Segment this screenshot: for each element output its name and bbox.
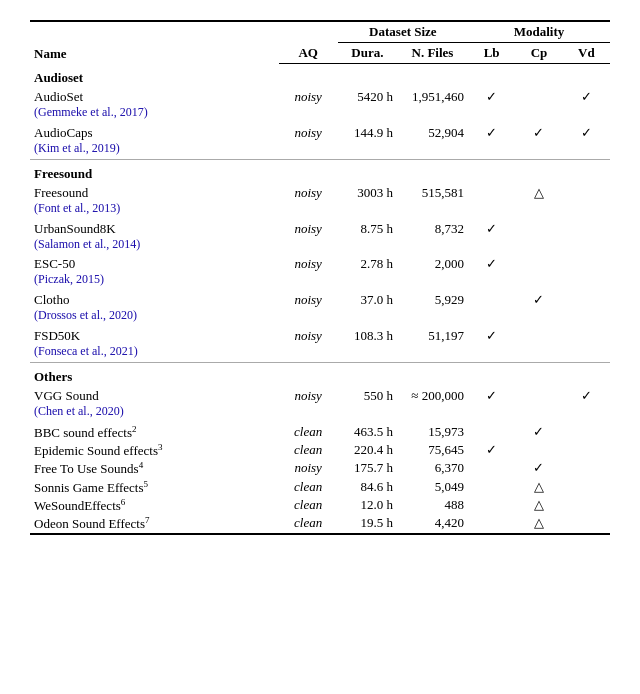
aq-value: clean <box>279 514 338 533</box>
duration-value: 220.4 h <box>338 441 397 459</box>
col-header-dataset-size: Dataset Size <box>338 21 468 43</box>
lb-value <box>468 291 515 308</box>
nfiles-value: 5,929 <box>397 291 468 308</box>
dataset-name: Sonnis Game Effects5 <box>30 478 279 496</box>
lb-value: ✓ <box>468 327 515 344</box>
dataset-name: AudioSet <box>30 88 279 105</box>
aq-value: noisy <box>279 327 338 344</box>
nfiles-value: 52,904 <box>397 124 468 141</box>
table-row: FSD50K noisy 108.3 h 51,197 ✓ <box>30 327 610 344</box>
ref-row: (Fonseca et al., 2021) <box>30 344 610 363</box>
col-header-lb: Lb <box>468 43 515 64</box>
aq-value: noisy <box>279 291 338 308</box>
cp-value <box>515 255 562 272</box>
ref-row: (Font et al., 2013) <box>30 201 610 220</box>
dataset-name: ESC-50 <box>30 255 279 272</box>
nfiles-value: 51,197 <box>397 327 468 344</box>
cp-value: △ <box>515 478 562 496</box>
cp-value <box>515 327 562 344</box>
aq-value: clean <box>279 496 338 514</box>
aq-value: noisy <box>279 255 338 272</box>
cp-value: ✓ <box>515 124 562 141</box>
aq-value: noisy <box>279 184 338 201</box>
dataset-name: Epidemic Sound effects3 <box>30 441 279 459</box>
lb-value: ✓ <box>468 88 515 105</box>
nfiles-value: 8,732 <box>397 220 468 237</box>
vd-value <box>563 441 610 459</box>
table-row: Free To Use Sounds4 noisy 175.7 h 6,370 … <box>30 459 610 477</box>
duration-value: 19.5 h <box>338 514 397 533</box>
table-row: BBC sound effects2 clean 463.5 h 15,973 … <box>30 423 610 441</box>
table-row: AudioCaps noisy 144.9 h 52,904 ✓ ✓ ✓ <box>30 124 610 141</box>
ref-text: (Kim et al., 2019) <box>30 141 610 160</box>
table-row: ESC-50 noisy 2.78 h 2,000 ✓ <box>30 255 610 272</box>
dataset-name: BBC sound effects2 <box>30 423 279 441</box>
cp-value: △ <box>515 514 562 533</box>
col-header-cp: Cp <box>515 43 562 64</box>
ref-text: (Gemmeke et al., 2017) <box>30 105 610 124</box>
vd-value <box>563 459 610 477</box>
col-header-name: Name <box>30 21 279 64</box>
nfiles-value: 15,973 <box>397 423 468 441</box>
table-row: Odeon Sound Effects7 clean 19.5 h 4,420 … <box>30 514 610 533</box>
dataset-name: WeSoundEffects6 <box>30 496 279 514</box>
lb-value: ✓ <box>468 124 515 141</box>
dataset-name: FSD50K <box>30 327 279 344</box>
duration-value: 2.78 h <box>338 255 397 272</box>
duration-value: 3003 h <box>338 184 397 201</box>
duration-value: 175.7 h <box>338 459 397 477</box>
nfiles-value: ≈ 200,000 <box>397 387 468 404</box>
vd-value <box>563 496 610 514</box>
dataset-name: Freesound <box>30 184 279 201</box>
duration-value: 144.9 h <box>338 124 397 141</box>
nfiles-value: 5,049 <box>397 478 468 496</box>
col-header-nfiles: N. Files <box>397 43 468 64</box>
ref-row: (Chen et al., 2020) <box>30 404 610 423</box>
lb-value: ✓ <box>468 441 515 459</box>
table-row: Epidemic Sound effects3 clean 220.4 h 75… <box>30 441 610 459</box>
vd-value <box>563 255 610 272</box>
dataset-name: Clotho <box>30 291 279 308</box>
cp-value <box>515 88 562 105</box>
vd-value: ✓ <box>563 387 610 404</box>
vd-value <box>563 423 610 441</box>
duration-value: 108.3 h <box>338 327 397 344</box>
lb-value <box>468 423 515 441</box>
col-header-modality: Modality <box>468 21 610 43</box>
cp-value: △ <box>515 184 562 201</box>
lb-value <box>468 496 515 514</box>
nfiles-value: 4,420 <box>397 514 468 533</box>
main-table: Name AQ Dataset Size Modality Dura. N. F… <box>30 20 610 535</box>
dataset-name: Free To Use Sounds4 <box>30 459 279 477</box>
cp-value: △ <box>515 496 562 514</box>
section-header: Audioset <box>30 64 610 89</box>
ref-text: (Chen et al., 2020) <box>30 404 610 423</box>
vd-value <box>563 514 610 533</box>
duration-value: 550 h <box>338 387 397 404</box>
vd-value <box>563 220 610 237</box>
vd-value: ✓ <box>563 88 610 105</box>
aq-value: noisy <box>279 88 338 105</box>
table-row: AudioSet noisy 5420 h 1,951,460 ✓ ✓ <box>30 88 610 105</box>
duration-value: 463.5 h <box>338 423 397 441</box>
nfiles-value: 75,645 <box>397 441 468 459</box>
dataset-name: UrbanSound8K <box>30 220 279 237</box>
lb-value <box>468 514 515 533</box>
section-title: Audioset <box>30 64 610 89</box>
aq-value: clean <box>279 478 338 496</box>
lb-value <box>468 184 515 201</box>
lb-value: ✓ <box>468 255 515 272</box>
section-header: Freesound <box>30 160 610 185</box>
ref-text: (Drossos et al., 2020) <box>30 308 610 327</box>
nfiles-value: 488 <box>397 496 468 514</box>
ref-row: (Piczak, 2015) <box>30 272 610 291</box>
ref-row: (Salamon et al., 2014) <box>30 237 610 256</box>
col-header-vd: Vd <box>563 43 610 64</box>
lb-value <box>468 459 515 477</box>
ref-text: (Font et al., 2013) <box>30 201 610 220</box>
duration-value: 8.75 h <box>338 220 397 237</box>
table-row: UrbanSound8K noisy 8.75 h 8,732 ✓ <box>30 220 610 237</box>
vd-value <box>563 184 610 201</box>
table-row: Clotho noisy 37.0 h 5,929 ✓ <box>30 291 610 308</box>
header-row-1: Name AQ Dataset Size Modality <box>30 21 610 43</box>
